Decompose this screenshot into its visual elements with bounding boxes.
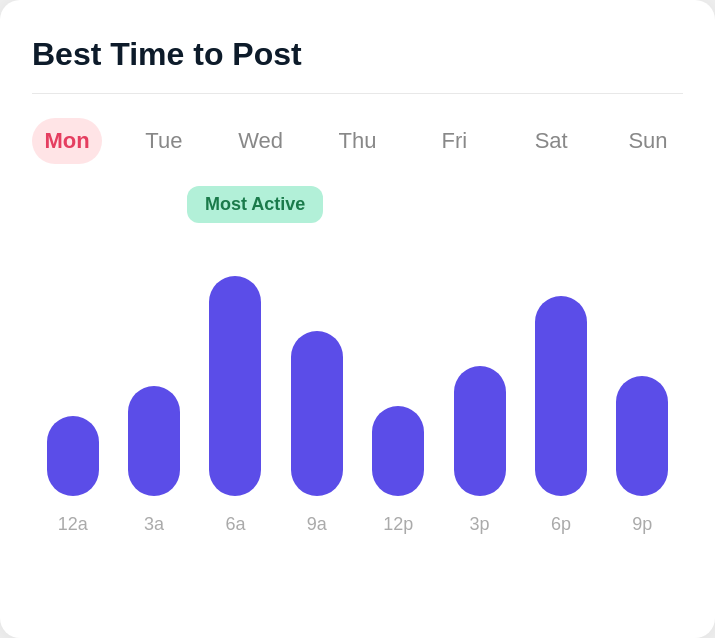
divider — [32, 93, 683, 94]
bar-9p — [616, 376, 668, 496]
bar-9a — [291, 331, 343, 496]
bar-wrapper-9p — [602, 376, 683, 496]
card: Best Time to Post MonTueWedThuFriSatSun … — [0, 0, 715, 638]
day-item-sat[interactable]: Sat — [516, 118, 586, 164]
time-label-9p: 9p — [602, 514, 683, 535]
bar-6a — [209, 276, 261, 496]
chart-area: Most Active 12a3a6a9a12p3p6p9p — [32, 196, 683, 606]
day-item-wed[interactable]: Wed — [226, 118, 296, 164]
page-title: Best Time to Post — [32, 36, 683, 73]
bar-wrapper-6p — [520, 296, 601, 496]
day-item-fri[interactable]: Fri — [419, 118, 489, 164]
most-active-badge: Most Active — [187, 186, 323, 223]
bar-wrapper-3a — [113, 386, 194, 496]
time-label-3p: 3p — [439, 514, 520, 535]
bar-6p — [535, 296, 587, 496]
bars-container — [32, 196, 683, 496]
time-label-6p: 6p — [520, 514, 601, 535]
bar-12a — [47, 416, 99, 496]
time-label-12a: 12a — [32, 514, 113, 535]
day-item-thu[interactable]: Thu — [322, 118, 392, 164]
time-labels: 12a3a6a9a12p3p6p9p — [32, 514, 683, 535]
bar-wrapper-6a — [195, 276, 276, 496]
time-label-3a: 3a — [113, 514, 194, 535]
days-row: MonTueWedThuFriSatSun — [32, 118, 683, 164]
time-label-9a: 9a — [276, 514, 357, 535]
day-item-sun[interactable]: Sun — [613, 118, 683, 164]
bar-wrapper-12a — [32, 416, 113, 496]
bar-wrapper-9a — [276, 331, 357, 496]
bar-3p — [454, 366, 506, 496]
time-label-6a: 6a — [195, 514, 276, 535]
day-item-tue[interactable]: Tue — [129, 118, 199, 164]
bar-wrapper-12p — [358, 406, 439, 496]
day-item-mon[interactable]: Mon — [32, 118, 102, 164]
bar-wrapper-3p — [439, 366, 520, 496]
bar-3a — [128, 386, 180, 496]
time-label-12p: 12p — [358, 514, 439, 535]
bar-12p — [372, 406, 424, 496]
